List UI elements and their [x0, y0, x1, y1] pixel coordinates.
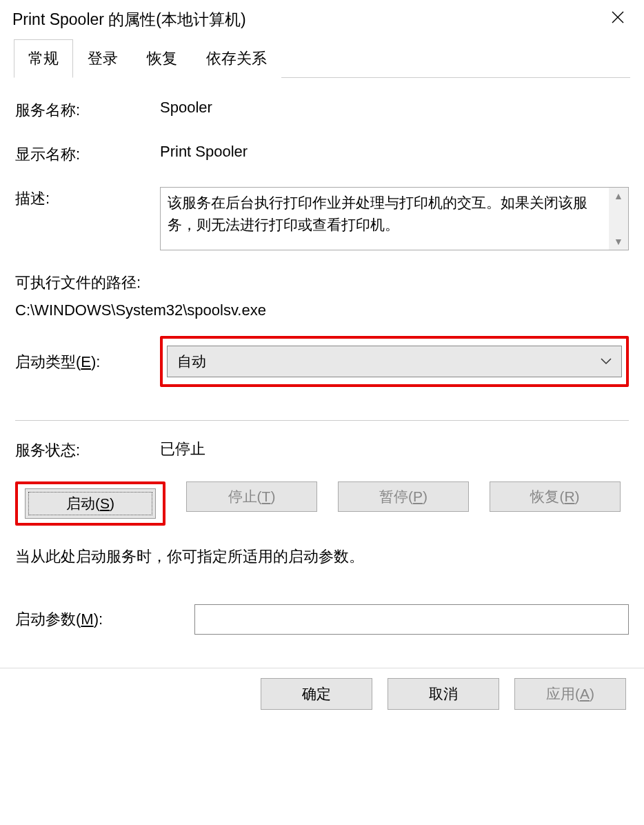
description-label: 描述: — [15, 187, 160, 209]
divider — [15, 420, 629, 421]
dialog-footer: 确定 取消 应用(A) — [0, 668, 644, 725]
window-title: Print Spooler 的属性(本地计算机) — [12, 9, 246, 30]
description-text: 该服务在后台执行打印作业并处理与打印机的交互。如果关闭该服务，则无法进行打印或查… — [161, 188, 609, 250]
description-scrollbar[interactable]: ▲ ▼ — [609, 188, 628, 250]
service-status-value: 已停止 — [160, 439, 629, 461]
service-name-value: Spooler — [160, 99, 629, 117]
tab-bar: 常规 登录 恢复 依存关系 — [0, 39, 644, 78]
apply-button: 应用(A) — [514, 678, 626, 710]
tab-logon[interactable]: 登录 — [73, 39, 132, 78]
service-name-label: 服务名称: — [15, 99, 160, 121]
startup-type-highlight: 自动 — [160, 336, 629, 387]
close-button[interactable] — [604, 6, 632, 32]
cancel-button[interactable]: 取消 — [388, 678, 499, 710]
stop-button: 停止(T) — [186, 481, 317, 512]
start-params-label: 启动参数(M): — [15, 609, 194, 630]
hint-text: 当从此处启动服务时，你可指定所适用的启动参数。 — [15, 546, 629, 567]
scroll-up-icon: ▲ — [614, 190, 623, 201]
display-name-value: Print Spooler — [160, 143, 629, 161]
tab-general[interactable]: 常规 — [14, 39, 73, 78]
scroll-down-icon: ▼ — [614, 236, 623, 247]
service-status-label: 服务状态: — [15, 439, 160, 461]
exe-path-label: 可执行文件的路径: — [15, 272, 629, 293]
exe-path-value: C:\WINDOWS\System32\spoolsv.exe — [15, 301, 629, 319]
startup-type-label: 启动类型(E): — [15, 350, 160, 372]
description-box: 该服务在后台执行打印作业并处理与打印机的交互。如果关闭该服务，则无法进行打印或查… — [160, 187, 629, 250]
display-name-label: 显示名称: — [15, 143, 160, 165]
titlebar: Print Spooler 的属性(本地计算机) — [0, 0, 644, 39]
resume-button: 恢复(R) — [490, 481, 621, 512]
ok-button[interactable]: 确定 — [261, 678, 372, 710]
start-params-input[interactable] — [194, 604, 629, 635]
tab-content: 服务名称: Spooler 显示名称: Print Spooler 描述: 该服… — [0, 78, 644, 635]
tab-dependencies[interactable]: 依存关系 — [192, 39, 281, 78]
chevron-down-icon — [601, 355, 612, 368]
start-button[interactable]: 启动(S) — [25, 488, 156, 519]
tab-recovery[interactable]: 恢复 — [132, 39, 192, 78]
start-button-highlight: 启动(S) — [15, 481, 165, 526]
startup-type-dropdown[interactable]: 自动 — [167, 346, 622, 377]
startup-type-value: 自动 — [177, 352, 206, 371]
pause-button: 暂停(P) — [338, 481, 469, 512]
close-icon — [611, 10, 625, 24]
